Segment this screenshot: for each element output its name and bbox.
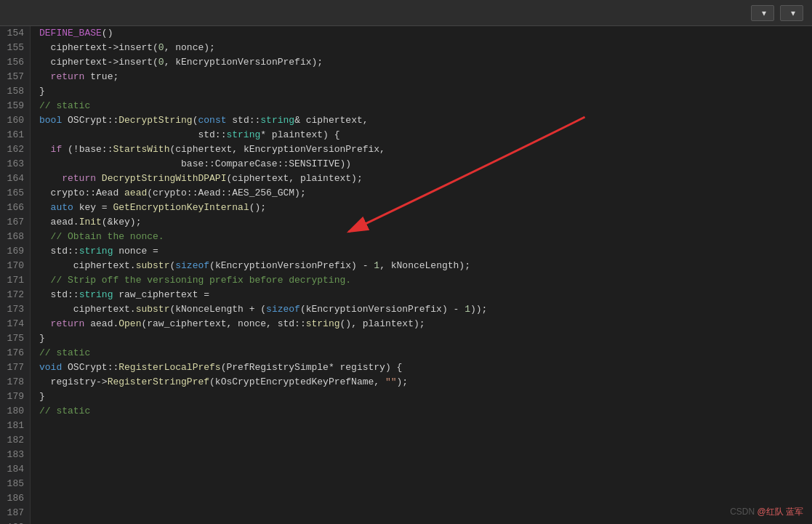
code-line: return true; bbox=[39, 70, 803, 84]
line-number: 179 bbox=[6, 390, 24, 404]
search-button[interactable]: ▾ bbox=[751, 5, 774, 21]
line-number: 154 bbox=[6, 26, 24, 41]
code-content[interactable]: DEFINE_BASE() ciphertext->insert(0, nonc… bbox=[31, 26, 812, 524]
title-bar: ▾ ▾ bbox=[0, 0, 812, 26]
line-number: 173 bbox=[6, 302, 24, 317]
code-line: aead.Init(&key); bbox=[39, 215, 803, 230]
toolbar-buttons: ▾ ▾ bbox=[751, 5, 803, 21]
code-line: DEFINE_BASE() bbox=[39, 26, 803, 41]
code-line: // static bbox=[39, 404, 803, 419]
line-number: 159 bbox=[6, 99, 24, 113]
code-line: ciphertext.substr(sizeof(kEncryptionVers… bbox=[39, 259, 803, 273]
search-dropdown-icon: ▾ bbox=[762, 8, 766, 18]
code-line: ciphertext->insert(0, nonce); bbox=[39, 41, 803, 55]
line-number: 175 bbox=[6, 331, 24, 346]
line-number: 167 bbox=[6, 215, 24, 230]
line-number: 168 bbox=[6, 230, 24, 244]
code-line: // static bbox=[39, 99, 803, 113]
line-number: 171 bbox=[6, 273, 24, 288]
code-line: } bbox=[39, 84, 803, 99]
code-line: std::string nonce = bbox=[39, 244, 803, 259]
code-container: 1541551561571581591601611621631641651661… bbox=[0, 26, 812, 524]
line-number: 182 bbox=[6, 433, 24, 448]
line-number: 184 bbox=[6, 462, 24, 477]
line-number: 165 bbox=[6, 186, 24, 201]
code-line: std::string raw_ciphertext = bbox=[39, 288, 803, 302]
code-line: } bbox=[39, 390, 803, 404]
line-number: 157 bbox=[6, 70, 24, 84]
line-number: 155 bbox=[6, 41, 24, 55]
code-line: // Strip off the versioning prefix befor… bbox=[39, 273, 803, 288]
code-line: void OSCrypt::RegisterLocalPrefs(PrefReg… bbox=[39, 360, 803, 375]
code-line: crypto::Aead aead(crypto::Aead::AES_256_… bbox=[39, 186, 803, 201]
code-line: ciphertext.substr(kNonceLength + (sizeof… bbox=[39, 302, 803, 317]
code-line: } bbox=[39, 331, 803, 346]
line-number: 174 bbox=[6, 317, 24, 331]
line-number: 161 bbox=[6, 128, 24, 142]
link-button[interactable]: ▾ bbox=[780, 5, 803, 21]
line-number: 172 bbox=[6, 288, 24, 302]
line-number: 166 bbox=[6, 201, 24, 215]
line-number: 183 bbox=[6, 448, 24, 462]
line-number: 177 bbox=[6, 360, 24, 375]
line-number: 180 bbox=[6, 404, 24, 419]
line-number: 188 bbox=[6, 520, 24, 524]
code-line: ciphertext->insert(0, kEncryptionVersion… bbox=[39, 55, 803, 70]
code-line: registry->RegisterStringPref(kOsCryptEnc… bbox=[39, 375, 803, 390]
code-line: return DecryptStringWithDPAPI(ciphertext… bbox=[39, 172, 803, 186]
link-dropdown-icon: ▾ bbox=[791, 8, 795, 18]
line-number: 158 bbox=[6, 84, 24, 99]
code-line: // static bbox=[39, 346, 803, 360]
line-number: 163 bbox=[6, 157, 24, 172]
code-line: auto key = GetEncryptionKeyInternal(); bbox=[39, 201, 803, 215]
line-numbers: 1541551561571581591601611621631641651661… bbox=[0, 26, 31, 524]
code-line: return aead.Open(raw_ciphertext, nonce, … bbox=[39, 317, 803, 331]
line-number: 185 bbox=[6, 477, 24, 491]
line-number: 156 bbox=[6, 55, 24, 70]
code-line: std::string* plaintext) { bbox=[39, 128, 803, 142]
code-line: if (!base::StartsWith(ciphertext, kEncry… bbox=[39, 142, 803, 157]
code-line: bool OSCrypt::DecryptString(const std::s… bbox=[39, 113, 803, 128]
line-number: 160 bbox=[6, 113, 24, 128]
line-number: 162 bbox=[6, 142, 24, 157]
watermark-highlight: @红队 蓝军 bbox=[757, 507, 803, 517]
line-number: 181 bbox=[6, 419, 24, 433]
line-number: 186 bbox=[6, 491, 24, 506]
line-number: 187 bbox=[6, 506, 24, 520]
line-number: 164 bbox=[6, 172, 24, 186]
line-number: 178 bbox=[6, 375, 24, 390]
code-line: // Obtain the nonce. bbox=[39, 230, 803, 244]
line-number: 176 bbox=[6, 346, 24, 360]
code-line: base::CompareCase::SENSITIVE)) bbox=[39, 157, 803, 172]
line-number: 170 bbox=[6, 259, 24, 273]
line-number: 169 bbox=[6, 244, 24, 259]
watermark: CSDN @红队 蓝军 bbox=[730, 506, 803, 518]
